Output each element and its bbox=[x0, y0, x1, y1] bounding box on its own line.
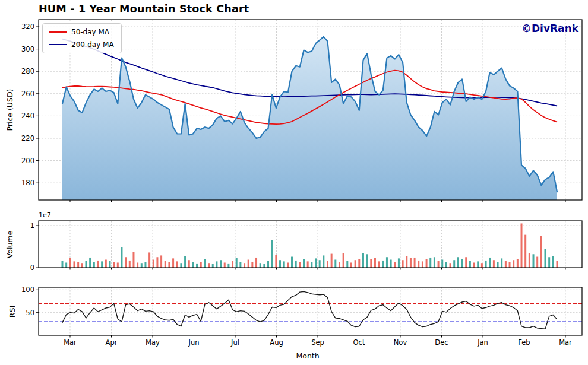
axes-frame bbox=[39, 221, 582, 268]
volume-panel bbox=[39, 221, 582, 268]
volume-bar bbox=[346, 261, 348, 268]
volume-bar bbox=[465, 257, 467, 268]
volume-bar bbox=[418, 261, 419, 268]
price-tick-label: 260 bbox=[11, 90, 34, 98]
volume-bar bbox=[441, 260, 443, 268]
volume-bar bbox=[374, 258, 376, 268]
volume-bar bbox=[287, 262, 289, 268]
volume-bar bbox=[156, 257, 158, 268]
month-tick-label: Apr bbox=[99, 338, 125, 347]
month-tick-label: Mar bbox=[57, 338, 83, 347]
volume-bar bbox=[212, 264, 214, 268]
volume-bar bbox=[394, 262, 396, 268]
volume-bar bbox=[232, 261, 233, 268]
legend-item-200ma: 200-day MA bbox=[49, 40, 114, 49]
volume-bar bbox=[453, 260, 455, 268]
volume-bar bbox=[132, 252, 134, 268]
volume-bar bbox=[398, 258, 400, 268]
volume-bar bbox=[125, 257, 127, 268]
volume-bar bbox=[263, 264, 265, 268]
volume-bar bbox=[192, 262, 194, 268]
volume-bar bbox=[402, 260, 404, 268]
volume-bar bbox=[307, 261, 309, 268]
volume-bar bbox=[303, 259, 305, 268]
month-tick-label: Oct bbox=[346, 338, 372, 347]
volume-bar bbox=[121, 247, 122, 268]
page-title: HUM - 1 Year Mountain Stock Chart bbox=[39, 3, 249, 15]
volume-tick-label: 0 bbox=[11, 264, 34, 272]
month-tick-label: Jan bbox=[470, 338, 496, 347]
month-tick-label: Jun bbox=[181, 338, 207, 347]
volume-bar bbox=[65, 262, 67, 268]
volume-bar bbox=[410, 258, 412, 268]
volume-bar bbox=[204, 259, 206, 268]
volume-bar bbox=[469, 261, 471, 268]
volume-bar bbox=[251, 262, 253, 268]
volume-bar bbox=[521, 223, 523, 268]
volume-bar bbox=[509, 262, 511, 268]
volume-bar bbox=[370, 259, 372, 268]
ma200-line-swatch bbox=[49, 44, 67, 45]
volume-bar bbox=[271, 240, 273, 268]
volume-bar bbox=[461, 259, 463, 268]
volume-bar bbox=[378, 261, 380, 268]
volume-bar bbox=[445, 262, 447, 268]
volume-bar bbox=[62, 261, 64, 268]
volume-bar bbox=[477, 261, 479, 268]
volume-bar bbox=[414, 258, 416, 268]
volume-bar bbox=[93, 262, 95, 268]
volume-bar bbox=[224, 262, 226, 268]
axes-frame bbox=[39, 287, 582, 335]
volume-bar bbox=[73, 261, 75, 268]
volume-bar bbox=[545, 249, 546, 268]
volume-bar bbox=[481, 263, 483, 268]
price-tick-label: 240 bbox=[11, 112, 34, 120]
volume-bar bbox=[524, 235, 526, 268]
volume-bar bbox=[180, 263, 182, 268]
volume-bar bbox=[141, 263, 143, 268]
volume-bar bbox=[315, 258, 317, 268]
volume-bar bbox=[366, 254, 368, 268]
volume-bar bbox=[552, 256, 554, 268]
volume-bar bbox=[283, 261, 285, 268]
volume-bar bbox=[386, 257, 388, 268]
volume-bar bbox=[355, 260, 356, 268]
volume-bar bbox=[536, 257, 538, 268]
volume-bar bbox=[227, 264, 229, 268]
volume-bar bbox=[144, 262, 146, 268]
volume-bar bbox=[489, 258, 491, 268]
volume-bar bbox=[540, 236, 542, 268]
volume-bar bbox=[236, 258, 238, 268]
volume-bar bbox=[473, 262, 475, 268]
stock-chart-page: HUM - 1 Year Mountain Stock Chart 50-day… bbox=[0, 0, 588, 365]
price-tick-label: 280 bbox=[11, 67, 34, 75]
volume-bar bbox=[331, 254, 333, 268]
volume-bar bbox=[129, 261, 131, 268]
volume-bar bbox=[216, 261, 217, 268]
volume-bar bbox=[450, 263, 451, 268]
volume-bar bbox=[165, 261, 166, 268]
volume-bar bbox=[327, 261, 328, 268]
volume-bar bbox=[176, 261, 178, 268]
volume-bar bbox=[85, 261, 87, 268]
legend-item-50ma: 50-day MA bbox=[49, 28, 114, 36]
x-axis-label: Month bbox=[296, 351, 320, 360]
price-tick-label: 320 bbox=[11, 23, 34, 31]
month-tick-label: Sep bbox=[305, 338, 331, 347]
ma50-line-swatch bbox=[49, 31, 67, 33]
volume-bar bbox=[97, 261, 99, 268]
legend: 50-day MA 200-day MA bbox=[42, 23, 122, 53]
volume-bar bbox=[255, 258, 257, 268]
volume-bar bbox=[382, 261, 384, 268]
volume-tick-label: 1 bbox=[11, 221, 34, 230]
month-tick-label: Mar bbox=[552, 338, 578, 347]
volume-bar bbox=[239, 262, 241, 268]
volume-bar bbox=[533, 254, 535, 268]
volume-bar bbox=[529, 253, 530, 268]
volume-bar bbox=[557, 261, 558, 268]
volume-bar bbox=[299, 262, 301, 268]
legend-label-50ma: 50-day MA bbox=[71, 28, 109, 36]
volume-bar bbox=[493, 260, 495, 268]
volume-bar bbox=[109, 261, 110, 268]
volume-bar bbox=[334, 260, 336, 268]
